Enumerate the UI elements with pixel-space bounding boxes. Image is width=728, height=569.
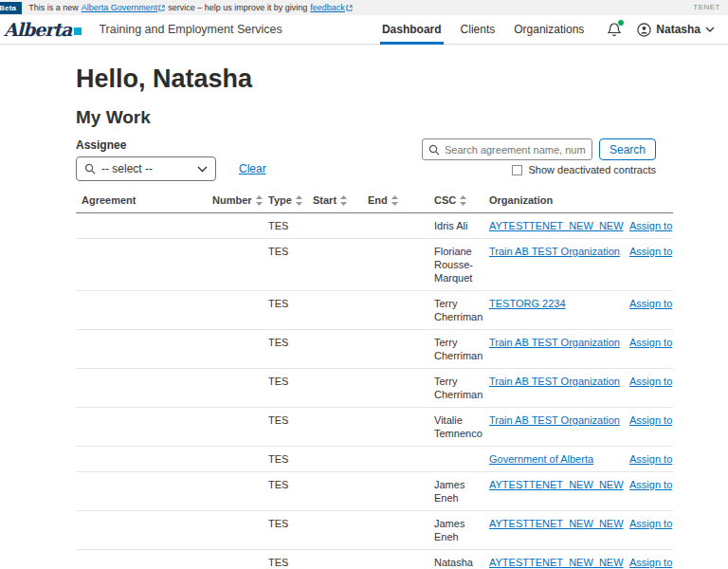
cell-actions: Assign to <box>626 369 673 408</box>
assign-to-link[interactable]: Assign to <box>629 557 672 568</box>
cell-start <box>309 447 364 472</box>
cell-type: TES <box>264 213 309 239</box>
table-row: TESFloriane Rousse-MarquetTrain AB TEST … <box>76 239 673 291</box>
cell-csc: Natasha Mawji <box>430 550 485 569</box>
nav-clients[interactable]: Clients <box>459 15 498 45</box>
cell-agreement <box>76 472 209 511</box>
alberta-logo[interactable]: Alberta <box>4 21 82 39</box>
cell-end <box>364 472 430 511</box>
cell-start <box>309 408 364 447</box>
column-header-end[interactable]: End <box>364 190 430 213</box>
cell-csc <box>430 447 485 472</box>
cell-organization: AYTESTTENET_NEW_NEW <box>485 550 626 569</box>
notifications-button[interactable] <box>607 22 622 38</box>
assign-to-link[interactable]: Assign to <box>629 518 672 529</box>
cell-actions: Assign to <box>626 447 673 472</box>
alberta-government-link[interactable]: Alberta Government <box>82 3 166 12</box>
cell-type: TES <box>264 550 309 569</box>
organization-link[interactable]: Train AB TEST Organization <box>489 337 620 348</box>
assignee-label: Assignee <box>76 138 266 152</box>
cell-organization: AYTESTTENET_NEW_NEW <box>485 472 626 511</box>
column-header-csc[interactable]: CSC <box>430 190 485 213</box>
show-deactivated-checkbox[interactable] <box>512 165 522 175</box>
cell-actions: Assign to <box>626 291 673 330</box>
table-row: TESTerry CherrimanTrain AB TEST Organiza… <box>76 369 673 408</box>
organization-link[interactable]: AYTESTTENET_NEW_NEW <box>489 220 624 231</box>
user-menu[interactable]: Natasha <box>637 23 715 37</box>
sort-icon[interactable] <box>460 195 466 206</box>
alberta-logo-square <box>74 28 82 35</box>
column-header-type[interactable]: Type <box>264 190 309 213</box>
cell-agreement <box>76 447 209 472</box>
assign-to-link[interactable]: Assign to <box>629 246 672 257</box>
cell-end <box>364 550 430 569</box>
cell-type: TES <box>264 447 309 472</box>
organization-link[interactable]: Government of Alberta <box>489 453 593 465</box>
organization-link[interactable]: AYTESTTENET_NEW_NEW <box>489 557 624 568</box>
cell-start <box>309 213 364 239</box>
table-row: TESTerry CherrimanTESTORG 2234Assign to <box>76 291 673 330</box>
cell-agreement <box>76 408 209 447</box>
external-link-icon <box>158 5 165 11</box>
cell-agreement <box>76 330 209 369</box>
feedback-link[interactable]: feedback <box>310 3 353 12</box>
filter-bar: Assignee -- select -- Clear Search <box>76 138 673 181</box>
cell-csc: Terry Cherriman <box>430 369 485 408</box>
organization-link[interactable]: Train AB TEST Organization <box>489 414 620 426</box>
sort-icon[interactable] <box>256 195 263 206</box>
cell-number <box>209 239 264 291</box>
cell-actions: Assign to <box>626 239 673 291</box>
column-header-agreement: Agreement <box>76 190 209 213</box>
cell-type: TES <box>264 330 309 369</box>
sort-icon[interactable] <box>340 195 347 206</box>
phase-banner-text-mid: service – help us improve it by giving <box>168 3 307 12</box>
assign-to-link[interactable]: Assign to <box>629 298 672 309</box>
chevron-down-icon <box>705 27 715 32</box>
column-label: Number <box>212 194 252 206</box>
cell-number <box>209 408 264 447</box>
assign-to-link[interactable]: Assign to <box>629 453 672 465</box>
assign-to-link[interactable]: Assign to <box>629 337 672 348</box>
environment-label: TENET <box>693 3 720 11</box>
column-header-organization: Organization <box>485 190 626 213</box>
organization-link[interactable]: Train AB TEST Organization <box>489 376 620 387</box>
nav-organizations[interactable]: Organizations <box>512 15 586 45</box>
user-name: Natasha <box>656 23 701 36</box>
cell-csc: Terry Cherriman <box>430 291 485 330</box>
cell-end <box>364 408 430 447</box>
table-row: TESIdris AliAYTESTTENET_NEW_NEWAssign to <box>76 213 673 239</box>
assignee-select[interactable]: -- select -- <box>76 156 216 181</box>
main-content: Hello, Natasha My Work Assignee -- selec… <box>0 64 728 569</box>
assign-to-link[interactable]: Assign to <box>629 376 672 387</box>
cell-csc: James Eneh <box>430 511 485 550</box>
organization-link[interactable]: Train AB TEST Organization <box>489 246 620 257</box>
sort-icon[interactable] <box>296 195 302 206</box>
clear-filter-link[interactable]: Clear <box>239 162 266 175</box>
search-button[interactable]: Search <box>599 138 656 160</box>
cell-number <box>209 511 264 550</box>
table-row: TESNatasha MawjiAYTESTTENET_NEW_NEWAssig… <box>76 550 673 569</box>
search-cluster: Search Show deactivated contracts <box>422 138 656 175</box>
assign-to-link[interactable]: Assign to <box>629 479 672 490</box>
sort-icon[interactable] <box>391 195 398 206</box>
phase-banner-text: This is a new <box>28 3 79 12</box>
cell-agreement <box>76 213 209 239</box>
table-row: TESJames EnehAYTESTTENET_NEW_NEWAssign t… <box>76 511 673 550</box>
organization-link[interactable]: AYTESTTENET_NEW_NEW <box>489 518 624 529</box>
assign-to-link[interactable]: Assign to <box>629 220 672 231</box>
assignee-selected-value: -- select -- <box>101 162 197 175</box>
nav-dashboard[interactable]: Dashboard <box>380 15 444 45</box>
cell-end <box>364 369 430 408</box>
alberta-logo-text: Alberta <box>4 21 71 39</box>
beta-badge: Beta <box>0 2 22 14</box>
assign-to-link[interactable]: Assign to <box>629 414 672 426</box>
organization-link[interactable]: AYTESTTENET_NEW_NEW <box>489 479 624 490</box>
search-icon <box>428 144 440 156</box>
organization-link[interactable]: TESTORG 2234 <box>489 298 566 309</box>
column-header-number[interactable]: Number <box>209 190 264 213</box>
search-input[interactable] <box>445 144 586 156</box>
cell-csc: Terry Cherriman <box>430 330 485 369</box>
column-header-start[interactable]: Start <box>309 190 364 213</box>
cell-number <box>209 447 264 472</box>
external-link-icon <box>346 5 353 11</box>
